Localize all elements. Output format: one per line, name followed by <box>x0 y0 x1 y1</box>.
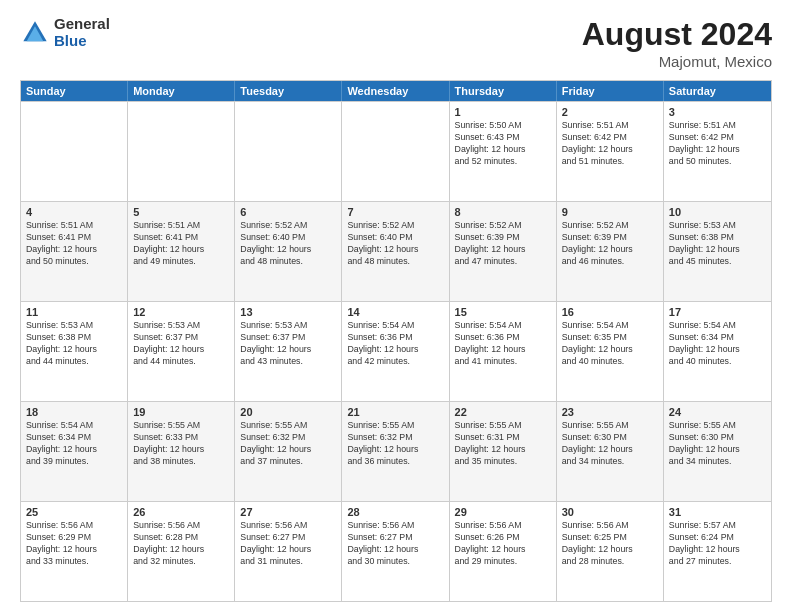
day-info: Sunrise: 5:51 AM Sunset: 6:42 PM Dayligh… <box>669 120 766 168</box>
day-number: 12 <box>133 306 229 318</box>
day-info: Sunrise: 5:54 AM Sunset: 6:36 PM Dayligh… <box>347 320 443 368</box>
day-info: Sunrise: 5:53 AM Sunset: 6:38 PM Dayligh… <box>26 320 122 368</box>
day-cell-6: 6Sunrise: 5:52 AM Sunset: 6:40 PM Daylig… <box>235 202 342 301</box>
logo-blue: Blue <box>54 33 110 50</box>
day-number: 26 <box>133 506 229 518</box>
day-info: Sunrise: 5:56 AM Sunset: 6:26 PM Dayligh… <box>455 520 551 568</box>
day-cell-25: 25Sunrise: 5:56 AM Sunset: 6:29 PM Dayli… <box>21 502 128 601</box>
day-number: 7 <box>347 206 443 218</box>
day-info: Sunrise: 5:54 AM Sunset: 6:34 PM Dayligh… <box>26 420 122 468</box>
day-cell-31: 31Sunrise: 5:57 AM Sunset: 6:24 PM Dayli… <box>664 502 771 601</box>
day-cell-19: 19Sunrise: 5:55 AM Sunset: 6:33 PM Dayli… <box>128 402 235 501</box>
day-cell-10: 10Sunrise: 5:53 AM Sunset: 6:38 PM Dayli… <box>664 202 771 301</box>
day-number: 13 <box>240 306 336 318</box>
day-number: 28 <box>347 506 443 518</box>
calendar-row-4: 25Sunrise: 5:56 AM Sunset: 6:29 PM Dayli… <box>21 501 771 601</box>
day-cell-18: 18Sunrise: 5:54 AM Sunset: 6:34 PM Dayli… <box>21 402 128 501</box>
day-number: 31 <box>669 506 766 518</box>
weekday-header-saturday: Saturday <box>664 81 771 101</box>
day-cell-16: 16Sunrise: 5:54 AM Sunset: 6:35 PM Dayli… <box>557 302 664 401</box>
location-subtitle: Majomut, Mexico <box>582 53 772 70</box>
day-cell-24: 24Sunrise: 5:55 AM Sunset: 6:30 PM Dayli… <box>664 402 771 501</box>
day-cell-13: 13Sunrise: 5:53 AM Sunset: 6:37 PM Dayli… <box>235 302 342 401</box>
weekday-header-tuesday: Tuesday <box>235 81 342 101</box>
day-number: 25 <box>26 506 122 518</box>
day-info: Sunrise: 5:55 AM Sunset: 6:33 PM Dayligh… <box>133 420 229 468</box>
logo-text: General Blue <box>54 16 110 49</box>
day-number: 11 <box>26 306 122 318</box>
calendar-row-2: 11Sunrise: 5:53 AM Sunset: 6:38 PM Dayli… <box>21 301 771 401</box>
day-info: Sunrise: 5:55 AM Sunset: 6:32 PM Dayligh… <box>347 420 443 468</box>
day-cell-2: 2Sunrise: 5:51 AM Sunset: 6:42 PM Daylig… <box>557 102 664 201</box>
day-cell-4: 4Sunrise: 5:51 AM Sunset: 6:41 PM Daylig… <box>21 202 128 301</box>
calendar-row-1: 4Sunrise: 5:51 AM Sunset: 6:41 PM Daylig… <box>21 201 771 301</box>
page: General Blue August 2024 Majomut, Mexico… <box>0 0 792 612</box>
day-info: Sunrise: 5:52 AM Sunset: 6:39 PM Dayligh… <box>455 220 551 268</box>
day-cell-14: 14Sunrise: 5:54 AM Sunset: 6:36 PM Dayli… <box>342 302 449 401</box>
logo-icon <box>20 18 50 48</box>
day-number: 5 <box>133 206 229 218</box>
day-info: Sunrise: 5:52 AM Sunset: 6:40 PM Dayligh… <box>347 220 443 268</box>
day-cell-3: 3Sunrise: 5:51 AM Sunset: 6:42 PM Daylig… <box>664 102 771 201</box>
day-number: 1 <box>455 106 551 118</box>
day-number: 21 <box>347 406 443 418</box>
day-number: 22 <box>455 406 551 418</box>
day-cell-27: 27Sunrise: 5:56 AM Sunset: 6:27 PM Dayli… <box>235 502 342 601</box>
logo-general: General <box>54 16 110 33</box>
day-number: 18 <box>26 406 122 418</box>
day-number: 6 <box>240 206 336 218</box>
day-info: Sunrise: 5:51 AM Sunset: 6:41 PM Dayligh… <box>26 220 122 268</box>
day-cell-21: 21Sunrise: 5:55 AM Sunset: 6:32 PM Dayli… <box>342 402 449 501</box>
day-info: Sunrise: 5:56 AM Sunset: 6:25 PM Dayligh… <box>562 520 658 568</box>
day-info: Sunrise: 5:51 AM Sunset: 6:41 PM Dayligh… <box>133 220 229 268</box>
empty-cell-0-2 <box>235 102 342 201</box>
day-number: 4 <box>26 206 122 218</box>
day-number: 8 <box>455 206 551 218</box>
day-cell-29: 29Sunrise: 5:56 AM Sunset: 6:26 PM Dayli… <box>450 502 557 601</box>
calendar: SundayMondayTuesdayWednesdayThursdayFrid… <box>20 80 772 602</box>
day-cell-11: 11Sunrise: 5:53 AM Sunset: 6:38 PM Dayli… <box>21 302 128 401</box>
weekday-header-thursday: Thursday <box>450 81 557 101</box>
weekday-header-sunday: Sunday <box>21 81 128 101</box>
day-cell-12: 12Sunrise: 5:53 AM Sunset: 6:37 PM Dayli… <box>128 302 235 401</box>
day-info: Sunrise: 5:56 AM Sunset: 6:29 PM Dayligh… <box>26 520 122 568</box>
empty-cell-0-3 <box>342 102 449 201</box>
day-number: 29 <box>455 506 551 518</box>
calendar-body: 1Sunrise: 5:50 AM Sunset: 6:43 PM Daylig… <box>21 101 771 601</box>
day-cell-23: 23Sunrise: 5:55 AM Sunset: 6:30 PM Dayli… <box>557 402 664 501</box>
day-cell-1: 1Sunrise: 5:50 AM Sunset: 6:43 PM Daylig… <box>450 102 557 201</box>
day-number: 24 <box>669 406 766 418</box>
day-info: Sunrise: 5:54 AM Sunset: 6:35 PM Dayligh… <box>562 320 658 368</box>
day-info: Sunrise: 5:56 AM Sunset: 6:28 PM Dayligh… <box>133 520 229 568</box>
day-number: 10 <box>669 206 766 218</box>
day-number: 2 <box>562 106 658 118</box>
day-info: Sunrise: 5:54 AM Sunset: 6:36 PM Dayligh… <box>455 320 551 368</box>
day-info: Sunrise: 5:50 AM Sunset: 6:43 PM Dayligh… <box>455 120 551 168</box>
logo: General Blue <box>20 16 110 49</box>
calendar-header: SundayMondayTuesdayWednesdayThursdayFrid… <box>21 81 771 101</box>
day-number: 20 <box>240 406 336 418</box>
day-number: 27 <box>240 506 336 518</box>
day-number: 9 <box>562 206 658 218</box>
empty-cell-0-0 <box>21 102 128 201</box>
day-cell-7: 7Sunrise: 5:52 AM Sunset: 6:40 PM Daylig… <box>342 202 449 301</box>
day-info: Sunrise: 5:56 AM Sunset: 6:27 PM Dayligh… <box>240 520 336 568</box>
day-info: Sunrise: 5:55 AM Sunset: 6:31 PM Dayligh… <box>455 420 551 468</box>
empty-cell-0-1 <box>128 102 235 201</box>
day-number: 19 <box>133 406 229 418</box>
day-cell-9: 9Sunrise: 5:52 AM Sunset: 6:39 PM Daylig… <box>557 202 664 301</box>
day-info: Sunrise: 5:55 AM Sunset: 6:30 PM Dayligh… <box>669 420 766 468</box>
day-number: 16 <box>562 306 658 318</box>
day-cell-8: 8Sunrise: 5:52 AM Sunset: 6:39 PM Daylig… <box>450 202 557 301</box>
day-info: Sunrise: 5:55 AM Sunset: 6:30 PM Dayligh… <box>562 420 658 468</box>
day-number: 3 <box>669 106 766 118</box>
day-info: Sunrise: 5:52 AM Sunset: 6:39 PM Dayligh… <box>562 220 658 268</box>
day-info: Sunrise: 5:54 AM Sunset: 6:34 PM Dayligh… <box>669 320 766 368</box>
day-info: Sunrise: 5:57 AM Sunset: 6:24 PM Dayligh… <box>669 520 766 568</box>
day-cell-17: 17Sunrise: 5:54 AM Sunset: 6:34 PM Dayli… <box>664 302 771 401</box>
weekday-header-friday: Friday <box>557 81 664 101</box>
weekday-header-wednesday: Wednesday <box>342 81 449 101</box>
title-block: August 2024 Majomut, Mexico <box>582 16 772 70</box>
day-cell-26: 26Sunrise: 5:56 AM Sunset: 6:28 PM Dayli… <box>128 502 235 601</box>
day-info: Sunrise: 5:53 AM Sunset: 6:38 PM Dayligh… <box>669 220 766 268</box>
